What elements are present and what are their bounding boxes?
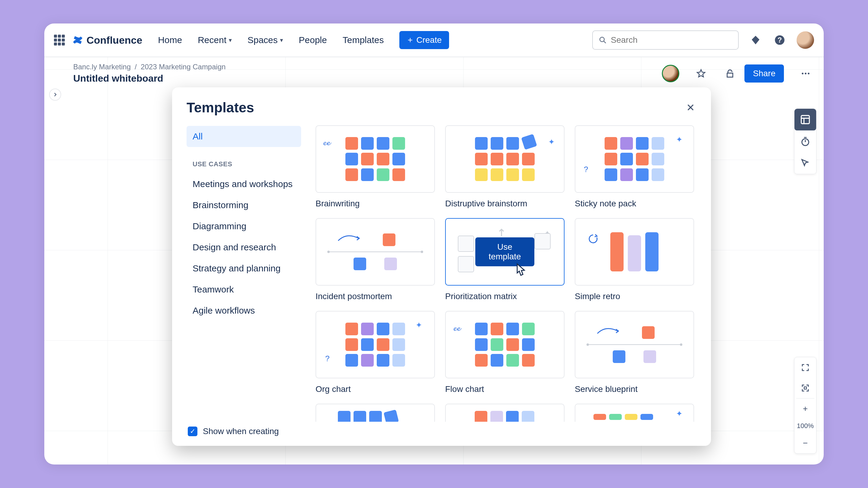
svg-line-1 bbox=[604, 41, 606, 43]
fit-to-screen-icon[interactable] bbox=[795, 357, 816, 378]
nav-people[interactable]: People bbox=[299, 35, 327, 45]
sidebar-section-label: USE CASES bbox=[193, 160, 295, 168]
template-sticky-note-pack[interactable]: ✦ ? Sticky note pack bbox=[575, 125, 694, 213]
app-switcher-icon[interactable] bbox=[54, 35, 65, 45]
close-icon[interactable]: ✕ bbox=[684, 101, 696, 113]
sidebar-all[interactable]: All bbox=[187, 126, 301, 147]
timer-icon[interactable] bbox=[795, 130, 816, 152]
zoom-controls: + 100% − bbox=[794, 357, 816, 454]
right-tool-rail bbox=[794, 108, 816, 174]
template-service-blueprint[interactable]: Service blueprint bbox=[575, 311, 694, 398]
template-prioritization-matrix[interactable]: ✦ Use template Prioritization matrix bbox=[445, 218, 564, 305]
zoom-level: 100% bbox=[797, 419, 814, 433]
sidebar-diagramming[interactable]: Diagramming bbox=[187, 216, 301, 237]
svg-point-4 bbox=[802, 73, 804, 74]
show-when-creating-checkbox[interactable]: ✓ Show when creating bbox=[187, 427, 301, 436]
sidebar-brainstorming[interactable]: Brainstorming bbox=[187, 195, 301, 216]
page-title: Untitled whiteboard bbox=[73, 73, 163, 84]
template-incident-postmortem[interactable]: Incident postmortem bbox=[315, 218, 435, 305]
breadcrumb: Banc.ly Marketing / 2023 Marketing Campa… bbox=[73, 63, 226, 71]
svg-text:?: ? bbox=[778, 36, 782, 44]
template-flow-chart[interactable]: 𝓮𝓮 Flow chart bbox=[445, 311, 564, 398]
confluence-logo[interactable]: Confluence bbox=[72, 34, 142, 46]
template-brainwriting[interactable]: 𝓮𝓮 Brainwriting bbox=[315, 125, 435, 213]
nav-spaces[interactable]: Spaces▾ bbox=[247, 35, 283, 45]
zoom-in-button[interactable]: + bbox=[795, 398, 816, 419]
profile-avatar[interactable] bbox=[797, 31, 814, 49]
template-sidebar: All USE CASES Meetings and workshops Bra… bbox=[187, 123, 301, 446]
nav-recent[interactable]: Recent▾ bbox=[198, 35, 232, 45]
svg-point-6 bbox=[808, 73, 809, 74]
nav-templates[interactable]: Templates bbox=[343, 35, 384, 45]
whiteboard-canvas[interactable]: Banc.ly Marketing / 2023 Marketing Campa… bbox=[44, 57, 824, 464]
templates-modal: Templates ✕ All USE CASES Meetings and w… bbox=[172, 87, 711, 446]
svg-rect-7 bbox=[801, 116, 809, 124]
collaborator-avatar[interactable] bbox=[662, 65, 679, 82]
pointer-cursor-icon bbox=[514, 262, 527, 278]
template-partial-2[interactable] bbox=[445, 404, 564, 422]
sidebar-design[interactable]: Design and research bbox=[187, 237, 301, 258]
template-partial-3[interactable]: ✦ bbox=[575, 404, 694, 422]
nav-home[interactable]: Home bbox=[158, 35, 182, 45]
star-icon[interactable] bbox=[694, 66, 708, 81]
share-button[interactable]: Share bbox=[744, 64, 784, 83]
modal-title: Templates bbox=[187, 99, 254, 116]
sidebar-strategy[interactable]: Strategy and planning bbox=[187, 258, 301, 279]
template-disruptive-brainstorm[interactable]: ✦ Distruptive brainstorm bbox=[445, 125, 564, 213]
zoom-to-fit-icon[interactable] bbox=[795, 378, 816, 398]
help-icon[interactable]: ? bbox=[772, 33, 787, 47]
product-name: Confluence bbox=[87, 34, 142, 46]
templates-panel-icon[interactable] bbox=[795, 109, 816, 130]
expand-sidebar-toggle[interactable] bbox=[49, 89, 61, 101]
breadcrumb-page[interactable]: 2023 Marketing Campaign bbox=[141, 63, 226, 71]
svg-point-5 bbox=[805, 73, 807, 74]
use-template-button[interactable]: Use template bbox=[475, 237, 534, 266]
svg-rect-13 bbox=[804, 387, 807, 389]
search-input[interactable] bbox=[592, 30, 739, 50]
page-actions: Share bbox=[662, 64, 813, 83]
create-button[interactable]: Create bbox=[399, 31, 449, 49]
sidebar-teamwork[interactable]: Teamwork bbox=[187, 279, 301, 300]
notifications-icon[interactable] bbox=[748, 33, 763, 47]
top-navigation: Confluence Home Recent▾ Spaces▾ People T… bbox=[44, 24, 824, 57]
template-grid: 𝓮𝓮 Brainwriting bbox=[315, 123, 696, 446]
template-simple-retro[interactable]: Simple retro bbox=[575, 218, 694, 305]
zoom-out-button[interactable]: − bbox=[795, 433, 816, 453]
sidebar-agile[interactable]: Agile workflows bbox=[187, 300, 301, 321]
app-frame: Confluence Home Recent▾ Spaces▾ People T… bbox=[44, 24, 824, 464]
cursor-settings-icon[interactable] bbox=[795, 152, 816, 174]
template-org-chart[interactable]: ✦ ? Org chart bbox=[315, 311, 435, 398]
lock-icon[interactable] bbox=[723, 66, 737, 81]
sidebar-meetings[interactable]: Meetings and workshops bbox=[187, 173, 301, 195]
more-actions-icon[interactable] bbox=[798, 66, 813, 81]
template-partial-1[interactable] bbox=[315, 404, 435, 422]
breadcrumb-space[interactable]: Banc.ly Marketing bbox=[73, 63, 131, 71]
